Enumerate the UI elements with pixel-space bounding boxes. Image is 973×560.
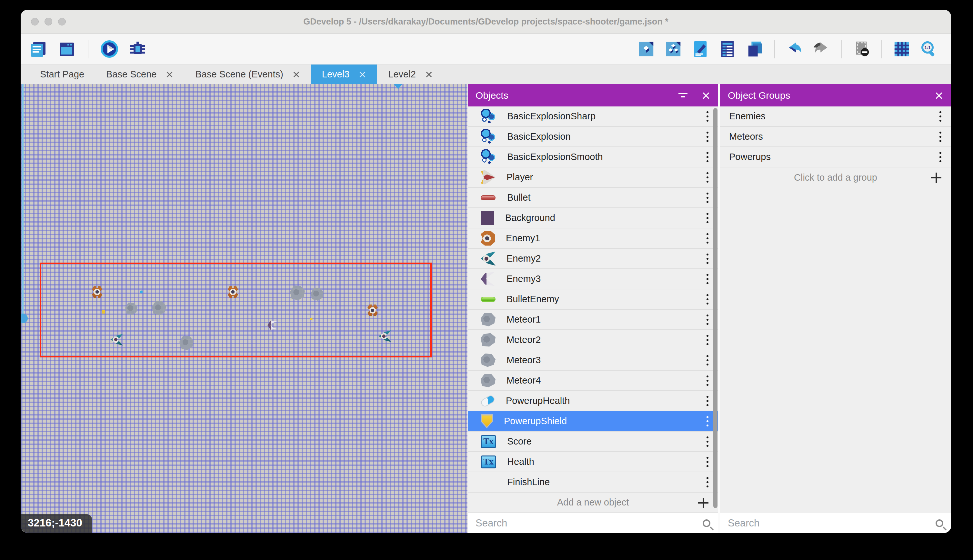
selection-rectangle[interactable] bbox=[40, 263, 432, 357]
play-preview-icon[interactable] bbox=[100, 40, 119, 58]
row-menu-icon[interactable] bbox=[706, 416, 708, 427]
zoom-button[interactable] bbox=[58, 18, 66, 25]
object-groups-icon[interactable] bbox=[664, 40, 683, 58]
close-object-groups-panel-icon[interactable] bbox=[934, 91, 943, 100]
object-label: PowerupHealth bbox=[506, 395, 570, 406]
object-row-bulletenemy[interactable]: BulletEnemy bbox=[468, 289, 718, 310]
objects-list: BasicExplosionSharpBasicExplosionBasicEx… bbox=[468, 107, 718, 493]
object-row-enemy3[interactable]: Enemy3 bbox=[468, 269, 718, 289]
add-object-row[interactable]: Add a new object bbox=[468, 493, 718, 513]
object-row-meteor3[interactable]: Meteor3 bbox=[468, 350, 718, 371]
row-menu-icon[interactable] bbox=[940, 132, 941, 142]
instances-list-icon[interactable] bbox=[718, 40, 737, 58]
row-menu-icon[interactable] bbox=[706, 375, 708, 386]
tab-start-page[interactable]: Start Page bbox=[29, 65, 95, 84]
group-row-powerups[interactable]: Powerups bbox=[720, 147, 951, 167]
group-label: Meteors bbox=[729, 131, 763, 142]
row-menu-icon[interactable] bbox=[706, 315, 708, 325]
object-row-powerupshield[interactable]: PowerupShield bbox=[468, 411, 718, 432]
canvas-vscroll-fill[interactable] bbox=[22, 84, 23, 314]
close-button[interactable] bbox=[31, 18, 39, 25]
objects-panel-icon[interactable] bbox=[637, 40, 656, 58]
object-row-poweruphealth[interactable]: PowerupHealth bbox=[468, 391, 718, 411]
group-row-meteors[interactable]: Meteors bbox=[720, 127, 951, 147]
basicexplosionsmooth-icon bbox=[481, 149, 496, 165]
active-tab-indicator bbox=[394, 84, 402, 89]
object-label: BasicExplosionSharp bbox=[507, 111, 596, 122]
toolbar-divider bbox=[774, 40, 775, 58]
scene-window-icon[interactable] bbox=[57, 40, 76, 58]
object-row-basicexplosion[interactable]: BasicExplosion bbox=[468, 127, 718, 147]
tab-base-scene[interactable]: Base Scene bbox=[95, 65, 184, 84]
object-row-bullet[interactable]: Bullet bbox=[468, 188, 718, 208]
close-objects-panel-icon[interactable] bbox=[701, 91, 710, 100]
row-menu-icon[interactable] bbox=[706, 477, 708, 487]
object-row-health[interactable]: TxHealth bbox=[468, 452, 718, 472]
grid-icon[interactable] bbox=[892, 40, 911, 58]
object-row-meteor4[interactable]: Meteor4 bbox=[468, 371, 718, 391]
object-label: Enemy3 bbox=[506, 273, 541, 284]
window-mask-icon[interactable] bbox=[852, 40, 871, 58]
object-label: Enemy1 bbox=[506, 233, 540, 243]
groups-search-input[interactable] bbox=[728, 517, 936, 529]
poweruphealth-icon bbox=[480, 394, 496, 408]
tab-level2[interactable]: Level2 bbox=[377, 65, 443, 84]
tab-close-icon[interactable] bbox=[292, 71, 300, 78]
row-menu-icon[interactable] bbox=[706, 213, 708, 223]
object-row-enemy1[interactable]: Enemy1 bbox=[468, 228, 718, 249]
object-row-background[interactable]: Background bbox=[468, 208, 718, 228]
objects-scrollbar[interactable] bbox=[713, 108, 718, 508]
row-menu-icon[interactable] bbox=[706, 193, 708, 203]
window-controls bbox=[31, 10, 66, 33]
object-row-basicexplosionsmooth[interactable]: BasicExplosionSmooth bbox=[468, 147, 718, 167]
basicexplosionsharp-icon bbox=[481, 109, 496, 124]
object-row-finishline[interactable]: FinishLine bbox=[468, 472, 718, 493]
object-row-enemy2[interactable]: Enemy2 bbox=[468, 249, 718, 269]
row-menu-icon[interactable] bbox=[706, 253, 708, 264]
row-menu-icon[interactable] bbox=[706, 294, 708, 305]
no-icon bbox=[481, 475, 496, 490]
row-menu-icon[interactable] bbox=[940, 111, 941, 122]
row-menu-icon[interactable] bbox=[706, 335, 708, 345]
row-menu-icon[interactable] bbox=[706, 152, 708, 162]
redo-icon[interactable] bbox=[812, 40, 831, 58]
row-menu-icon[interactable] bbox=[706, 132, 708, 142]
objects-search-input[interactable] bbox=[475, 517, 703, 529]
object-row-score[interactable]: TxScore bbox=[468, 432, 718, 452]
tab-label: Start Page bbox=[40, 69, 84, 80]
debug-icon[interactable] bbox=[128, 40, 147, 58]
filter-icon[interactable] bbox=[678, 91, 688, 100]
object-label: Enemy2 bbox=[506, 253, 541, 264]
tab-close-icon[interactable] bbox=[425, 71, 433, 78]
scene-canvas[interactable]: 3216;-1430 bbox=[21, 84, 468, 533]
object-row-meteor1[interactable]: Meteor1 bbox=[468, 310, 718, 330]
row-menu-icon[interactable] bbox=[706, 111, 708, 122]
object-row-basicexplosionsharp[interactable]: BasicExplosionSharp bbox=[468, 107, 718, 127]
enemy3-icon bbox=[481, 272, 495, 286]
plus-icon[interactable] bbox=[698, 498, 708, 508]
row-menu-icon[interactable] bbox=[706, 396, 708, 406]
project-manager-icon[interactable] bbox=[29, 40, 48, 58]
group-row-enemies[interactable]: Enemies bbox=[720, 107, 951, 127]
row-menu-icon[interactable] bbox=[706, 233, 708, 243]
zoom-1-1-icon[interactable]: 1:1 bbox=[920, 40, 938, 58]
row-menu-icon[interactable] bbox=[706, 172, 708, 183]
layers-icon[interactable] bbox=[745, 40, 764, 58]
row-menu-icon[interactable] bbox=[706, 457, 708, 467]
tab-close-icon[interactable] bbox=[165, 71, 173, 78]
properties-icon[interactable] bbox=[691, 40, 710, 58]
row-menu-icon[interactable] bbox=[706, 437, 708, 447]
add-group-row[interactable]: Click to add a group bbox=[720, 167, 951, 188]
row-menu-icon[interactable] bbox=[940, 152, 941, 162]
object-row-player[interactable]: Player bbox=[468, 167, 718, 188]
row-menu-icon[interactable] bbox=[706, 274, 708, 284]
row-menu-icon[interactable] bbox=[706, 355, 708, 365]
tab-level3[interactable]: Level3 bbox=[311, 65, 377, 84]
canvas-vscroll-thumb[interactable] bbox=[21, 313, 28, 323]
undo-icon[interactable] bbox=[785, 40, 804, 58]
object-row-meteor2[interactable]: Meteor2 bbox=[468, 330, 718, 350]
tab-close-icon[interactable] bbox=[358, 71, 366, 78]
tab-base-scene-events[interactable]: Base Scene (Events) bbox=[184, 65, 311, 84]
plus-icon[interactable] bbox=[931, 173, 941, 183]
minimize-button[interactable] bbox=[45, 18, 52, 25]
